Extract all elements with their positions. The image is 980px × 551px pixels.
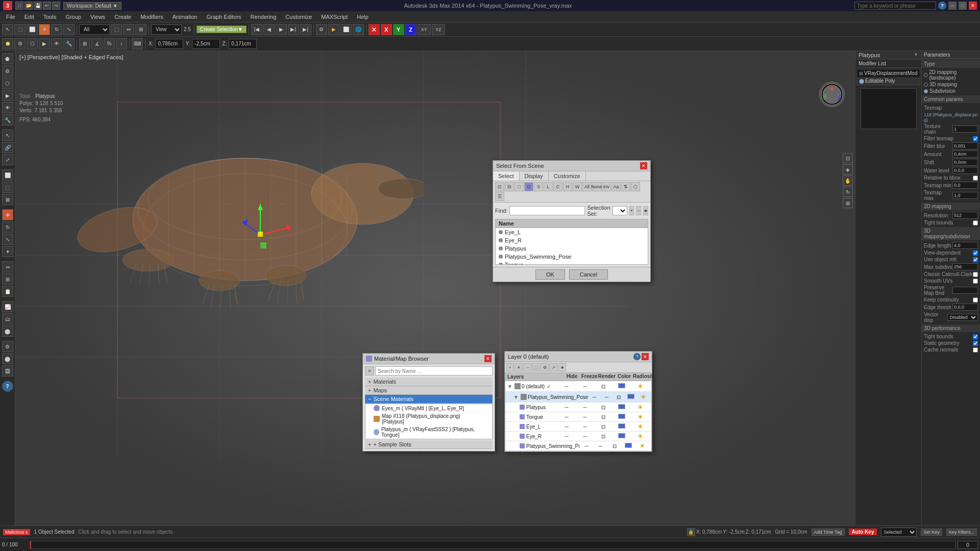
render-btn[interactable]: ▶: [328, 24, 339, 35]
add-sel-btn[interactable]: →: [523, 363, 531, 371]
render-setup-btn[interactable]: ⚙: [316, 24, 327, 35]
cross-btn[interactable]: ✕: [369, 24, 380, 35]
filter-cameras-btn[interactable]: C: [553, 182, 562, 191]
filter-geometry-btn[interactable]: G: [524, 182, 533, 191]
filter-none-btn[interactable]: None: [592, 182, 601, 191]
layer-row-platypus-pi[interactable]: Platypus_Swimming_Pi ─ ─ ⊡ ☀: [505, 441, 651, 451]
edge-length-value[interactable]: [952, 242, 978, 249]
modify-tab[interactable]: ⚙: [14, 38, 26, 49]
layer-row-platypus[interactable]: Platypus ─ ─ ⊡ ☀: [505, 403, 651, 412]
render-active-btn[interactable]: ⬜: [340, 24, 352, 35]
view-dep-check[interactable]: [973, 251, 978, 256]
mat-item-map[interactable]: Map #118 (Platypus_displace.png) [Platyp…: [365, 412, 492, 425]
axis-xy-btn[interactable]: XY: [418, 24, 431, 35]
water-level-value[interactable]: [952, 167, 978, 174]
display-tool-btn[interactable]: 👁: [2, 102, 13, 113]
freeze-col[interactable]: ─: [600, 394, 612, 400]
align-tool[interactable]: ⊞: [135, 24, 146, 35]
delete-layer-btn[interactable]: ✕: [514, 363, 523, 371]
cancel-btn[interactable]: Cancel: [569, 269, 608, 280]
select-name-tool[interactable]: ⬚: [14, 24, 26, 35]
resolution-value[interactable]: [952, 212, 978, 219]
radiosity-col[interactable]: ☀: [637, 393, 649, 401]
select-obj-btn[interactable]: ↖: [2, 130, 13, 141]
radiosity-col[interactable]: ☀: [631, 382, 649, 390]
ok-btn[interactable]: OK: [535, 269, 565, 280]
close-btn[interactable]: ✕: [969, 2, 977, 10]
sel-objects-btn[interactable]: ⬚: [532, 363, 540, 371]
selection-set-dropdown[interactable]: [612, 206, 627, 215]
menu-modifiers[interactable]: Modifiers: [136, 13, 167, 21]
place-highlight-btn[interactable]: ✦: [2, 246, 13, 257]
menu-rendering[interactable]: Rendering: [247, 13, 281, 21]
scene-item-tongue[interactable]: Tongue: [496, 261, 648, 265]
filter-invrt-btn[interactable]: Inv: [602, 182, 611, 191]
orbit-btn[interactable]: ↻: [843, 187, 853, 197]
window-crossing-btn[interactable]: ⊠: [2, 194, 13, 205]
axis-y-btn[interactable]: Y: [393, 24, 404, 35]
menu-tools[interactable]: Tools: [39, 13, 61, 21]
view-options-btn[interactable]: ≡: [365, 366, 374, 375]
redo-btn[interactable]: ↪: [52, 2, 60, 10]
layer-help-btn[interactable]: ?: [633, 353, 641, 360]
help-icon[interactable]: ?: [938, 2, 946, 10]
tab-display[interactable]: Display: [520, 171, 549, 181]
menu-maxscript[interactable]: MAXScript: [317, 13, 352, 21]
move-tool[interactable]: ✛: [39, 24, 50, 35]
motion-tool-btn[interactable]: ▶: [2, 90, 13, 101]
select-region-btn[interactable]: ⬚: [2, 182, 13, 193]
hierarchy-tool-btn[interactable]: ⬡: [2, 78, 13, 89]
motion-tab[interactable]: ▶: [39, 38, 50, 49]
coord-z[interactable]: [229, 39, 257, 49]
key-filters-btn[interactable]: Key Filters...: [946, 529, 977, 536]
select-all-btn[interactable]: ⊡: [495, 182, 504, 191]
axis-z-btn[interactable]: Z: [405, 24, 416, 35]
scale-tool[interactable]: ⤡: [63, 24, 75, 35]
workspace-dropdown[interactable]: Workspace: Default ▼: [63, 2, 121, 10]
view-dropdown[interactable]: View: [151, 24, 182, 35]
panel-arrow-btn[interactable]: ▼: [914, 52, 918, 58]
mat-item-eyes[interactable]: Eyes_m ( VRayMtl ) [Eye_L, Eye_R]: [365, 404, 492, 412]
rotate-tool[interactable]: ↻: [51, 24, 62, 35]
set-key-btn[interactable]: Set Key: [921, 529, 942, 536]
type-3d-radio[interactable]: 3D mapping: [924, 81, 978, 88]
materials-section-header[interactable]: + Materials: [365, 378, 493, 386]
expand-icon[interactable]: ▼: [507, 384, 513, 389]
mirror-btn[interactable]: ⇔: [2, 261, 13, 272]
schematic-btn[interactable]: 🗂: [2, 313, 13, 324]
snap-toggle[interactable]: ⊞: [79, 38, 90, 49]
scene-item-eye-l[interactable]: Eye_L: [496, 228, 648, 236]
scene-item-platypus-pose[interactable]: Platypus_Swimming_Pose: [496, 253, 648, 261]
menu-create[interactable]: Create: [110, 13, 135, 21]
layer-close-btn[interactable]: ✕: [642, 353, 649, 360]
curve-editor-btn[interactable]: 📈: [2, 301, 13, 312]
delete-set-btn[interactable]: −: [636, 206, 641, 215]
next-frame-btn[interactable]: ▶|: [288, 24, 299, 35]
select-tool[interactable]: ↖: [2, 24, 13, 35]
color-col[interactable]: [612, 383, 631, 389]
type-subdiv-radio[interactable]: Subdivision: [924, 88, 978, 94]
auto-key-btn[interactable]: Auto Key: [849, 529, 877, 535]
current-layer-btn[interactable]: ★: [558, 363, 566, 371]
filter-helpers-btn[interactable]: H: [563, 182, 572, 191]
menu-views[interactable]: Views: [86, 13, 109, 21]
material-editor-btn[interactable]: ⬤: [2, 325, 13, 337]
move-to-layer-btn[interactable]: ↗: [549, 363, 557, 371]
expand-icon[interactable]: ▼: [513, 394, 520, 400]
hide-col[interactable]: ─: [557, 384, 576, 389]
list-view-btn[interactable]: ☰: [495, 192, 504, 201]
timeline-track[interactable]: [30, 541, 955, 549]
tight-bounds-check[interactable]: [973, 220, 978, 226]
mirror-tool[interactable]: ⇔: [123, 24, 134, 35]
minimize-btn[interactable]: ─: [948, 2, 957, 10]
menu-file[interactable]: File: [2, 13, 19, 21]
active-shade-btn[interactable]: ⬤: [2, 353, 13, 364]
create-tab[interactable]: ⬟: [2, 38, 13, 49]
bind-space-warp-btn[interactable]: ⤢: [2, 154, 13, 165]
save-btn[interactable]: 💾: [34, 2, 42, 10]
edge-thresh-value[interactable]: [952, 304, 978, 311]
axis-yz-btn[interactable]: YZ: [432, 24, 445, 35]
add-time-tag-btn[interactable]: Add Time Tag: [812, 529, 845, 536]
menu-help[interactable]: Help: [353, 13, 373, 21]
render-col[interactable]: ⊡: [612, 394, 625, 400]
